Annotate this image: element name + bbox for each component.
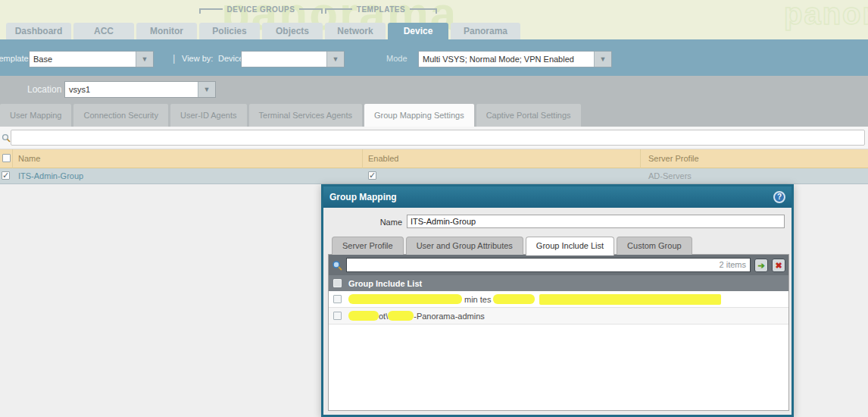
- row-server-profile: AD-Servers: [648, 171, 692, 180]
- tab-server-profile[interactable]: Server Profile: [332, 237, 404, 255]
- dialog-tabs: Server Profile User and Group Attributes…: [332, 237, 692, 255]
- tab-captive-portal-settings[interactable]: Captive Portal Settings: [476, 104, 581, 127]
- chevron-down-icon[interactable]: ▼: [326, 52, 344, 67]
- tab-network[interactable]: Network: [325, 23, 386, 39]
- group-mapping-dialog: Group Mapping ? Name Server Profile User…: [321, 184, 794, 417]
- row-checkbox[interactable]: [333, 312, 342, 320]
- group-entry-fragment: min tes: [464, 295, 491, 304]
- column-divider: [362, 149, 363, 168]
- redaction-highlight: [388, 311, 414, 321]
- redaction-highlight: [493, 294, 535, 304]
- tab-panorama[interactable]: Panorama: [451, 23, 520, 39]
- tab-custom-group[interactable]: Custom Group: [617, 237, 692, 255]
- table-row[interactable]: ITS-Admin-Group AD-Servers: [0, 168, 868, 184]
- view-by-select[interactable]: ▼: [241, 51, 345, 67]
- tab-policies[interactable]: Policies: [199, 23, 260, 39]
- templates-bracket: TEMPLATES: [325, 5, 437, 14]
- row-name-link[interactable]: ITS-Admin-Group: [18, 171, 83, 180]
- location-select-value: vsys1: [65, 82, 198, 97]
- device-sub-tabs: User Mapping Connection Security User-ID…: [0, 104, 581, 127]
- templates-label: TEMPLATES: [352, 5, 410, 14]
- select-all-checkbox[interactable]: [2, 154, 11, 162]
- redaction-highlight: [348, 311, 379, 321]
- list-item[interactable]: min tes: [329, 291, 788, 308]
- context-bar: Location vsys1 ▼ User Mapping Connection…: [0, 76, 868, 127]
- separator: |: [173, 52, 175, 64]
- redaction-highlight: [348, 294, 462, 304]
- panel-search-input[interactable]: [346, 258, 751, 272]
- tab-monitor[interactable]: Monitor: [136, 23, 197, 39]
- chevron-down-icon[interactable]: ▼: [594, 52, 611, 67]
- search-icon: [332, 260, 342, 271]
- tab-connection-security[interactable]: Connection Security: [73, 104, 167, 127]
- template-label: Template: [0, 54, 29, 63]
- mode-select[interactable]: Multi VSYS; Normal Mode; VPN Enabled ▼: [418, 51, 612, 67]
- column-header-server-profile[interactable]: Server Profile: [648, 154, 699, 163]
- redacted-group-entry: ot\ -Panorama-admins: [348, 311, 485, 321]
- tab-group-include-list[interactable]: Group Include List: [526, 237, 614, 256]
- row-enabled-checkbox[interactable]: [368, 171, 376, 180]
- group-entry-fragment: ot\: [379, 312, 388, 321]
- tab-acc[interactable]: ACC: [73, 23, 134, 39]
- top-nav-band: panorama panorama DEVICE GROUPS TEMPLATE…: [0, 0, 868, 39]
- list-item[interactable]: ot\ -Panorama-admins: [329, 308, 788, 325]
- bracket-line: [299, 8, 323, 14]
- bracket-line: [199, 8, 223, 14]
- dialog-body: Name Server Profile User and Group Attri…: [323, 208, 792, 415]
- mode-label: Mode: [386, 54, 407, 63]
- view-by-label: View by:: [182, 54, 213, 63]
- dialog-title-bar[interactable]: Group Mapping ?: [323, 187, 792, 208]
- mode-select-value: Multi VSYS; Normal Mode; VPN Enabled: [419, 52, 594, 67]
- location-select[interactable]: vsys1 ▼: [64, 81, 216, 98]
- chevron-down-icon[interactable]: ▼: [198, 82, 215, 97]
- tab-user-id-agents[interactable]: User-ID Agents: [170, 104, 247, 127]
- row-checkbox[interactable]: [333, 295, 342, 303]
- tab-device[interactable]: Device: [388, 23, 448, 39]
- column-header-name[interactable]: Name: [18, 154, 40, 163]
- template-toolbar: Template Base ▼ | View by: Device ▼ Mode…: [0, 39, 868, 76]
- template-select[interactable]: Base ▼: [29, 51, 154, 67]
- column-divider: [640, 149, 641, 168]
- column-header-enabled[interactable]: Enabled: [368, 154, 398, 163]
- bracket-line: [325, 8, 352, 14]
- group-include-list-panel: 2 items ➔ ✖ Group Include List min tes: [328, 254, 789, 411]
- row-checkbox[interactable]: [2, 171, 10, 180]
- redacted-group-entry: min tes: [348, 294, 721, 305]
- tab-user-and-group-attributes[interactable]: User and Group Attributes: [406, 237, 523, 255]
- select-all-checkbox[interactable]: [333, 279, 342, 287]
- apply-filter-button[interactable]: ➔: [754, 259, 768, 272]
- panorama-watermark-outline: panorama: [784, 0, 868, 31]
- tab-terminal-services-agents[interactable]: Terminal Services Agents: [249, 104, 363, 127]
- view-by-device-label: Device: [218, 54, 244, 63]
- clear-filter-button[interactable]: ✖: [772, 259, 785, 272]
- bracket-line: [410, 8, 437, 14]
- tab-user-mapping[interactable]: User Mapping: [0, 104, 71, 127]
- list-header-row: Group Include List: [329, 275, 788, 291]
- tab-objects[interactable]: Objects: [262, 23, 323, 39]
- panel-search-wrap: 2 items: [346, 258, 751, 273]
- name-label: Name: [323, 218, 402, 227]
- dialog-title: Group Mapping: [329, 192, 773, 202]
- column-divider: [12, 149, 13, 168]
- template-select-value: Base: [30, 52, 136, 67]
- location-label: Location: [27, 84, 61, 95]
- group-entry-fragment: -Panorama-admins: [414, 312, 485, 321]
- chevron-down-icon[interactable]: ▼: [136, 52, 153, 67]
- device-groups-label: DEVICE GROUPS: [223, 5, 300, 14]
- table-filter-input[interactable]: [11, 130, 865, 146]
- items-count: 2 items: [720, 260, 746, 269]
- table-header: Name Enabled Server Profile: [0, 149, 868, 168]
- search-icon: [2, 133, 11, 143]
- name-field[interactable]: [407, 215, 785, 228]
- tab-group-mapping-settings[interactable]: Group Mapping Settings: [364, 104, 474, 127]
- list-header-label[interactable]: Group Include List: [348, 279, 422, 288]
- tab-dashboard[interactable]: Dashboard: [6, 23, 71, 39]
- table-filter-bar: [0, 127, 868, 149]
- help-icon[interactable]: ?: [773, 191, 785, 203]
- device-groups-bracket: DEVICE GROUPS: [199, 5, 323, 14]
- panel-toolbar: 2 items ➔ ✖: [329, 255, 788, 275]
- panorama-device-screen: panorama panorama DEVICE GROUPS TEMPLATE…: [0, 0, 868, 417]
- redaction-highlight: [539, 294, 721, 305]
- main-nav-tabs: Dashboard ACC Monitor Policies Objects N…: [6, 23, 520, 39]
- view-by-select-value: [242, 52, 326, 67]
